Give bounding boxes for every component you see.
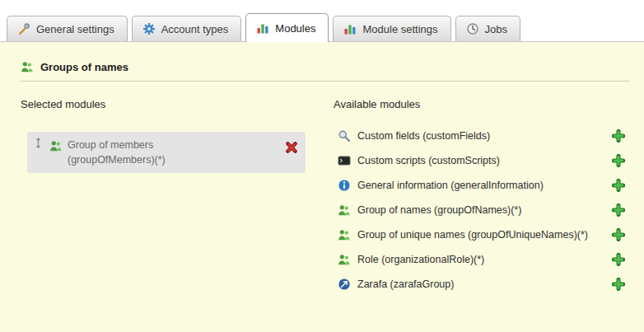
available-module-label: Group of names (groupOfNames)(*): [357, 204, 521, 216]
add-module-icon[interactable]: [612, 179, 625, 192]
terminal-icon: [338, 154, 351, 167]
available-module-label: Group of unique names (groupOfUniqueName…: [357, 229, 588, 241]
clock-icon: [466, 22, 479, 35]
available-module-label: Zarafa (zarafaGroup): [357, 278, 454, 290]
tab-label: General settings: [36, 23, 114, 35]
page-title: Groups of names: [40, 61, 128, 73]
available-module-row: Group of unique names (groupOfUniqueName…: [334, 222, 629, 247]
zarafa-icon: [338, 278, 351, 291]
add-module-icon[interactable]: [612, 154, 625, 167]
tab-module-settings[interactable]: Module settings: [333, 16, 450, 41]
remove-module-icon[interactable]: [285, 141, 298, 154]
group-icon: [338, 228, 351, 241]
add-module-icon[interactable]: [612, 228, 625, 241]
available-module-row: Group of names (groupOfNames)(*): [334, 198, 629, 222]
available-module-row: Custom fields (customFields): [334, 124, 629, 148]
available-module-label: Custom fields (customFields): [357, 130, 490, 142]
group-icon: [49, 139, 63, 152]
group-icon: [21, 60, 34, 73]
tab-jobs[interactable]: Jobs: [455, 16, 520, 41]
wrench-icon: [17, 22, 30, 35]
tab-label: Account types: [161, 23, 229, 35]
available-module-row: Role (organizationalRole)(*): [334, 247, 629, 272]
selected-modules-heading: Selected modules: [21, 95, 325, 114]
drag-handle-icon[interactable]: [32, 137, 44, 149]
tab-label: Modules: [275, 22, 315, 35]
group-icon: [338, 203, 351, 217]
add-module-icon[interactable]: [612, 129, 625, 143]
gear-icon: [142, 22, 156, 35]
section-header: Groups of names: [21, 60, 629, 73]
tab-modules[interactable]: Modules: [245, 13, 329, 42]
group-icon: [338, 253, 351, 266]
available-modules-column: Available modules Custom fields (customF…: [334, 95, 629, 297]
modules-icon: [256, 21, 269, 35]
divider: [21, 81, 629, 82]
tab-label: Jobs: [485, 23, 507, 35]
tab-account-types[interactable]: Account types: [132, 16, 242, 41]
add-module-icon[interactable]: [612, 278, 625, 291]
tab-general-settings[interactable]: General settings: [7, 16, 128, 41]
lam-configuration-window: General settings Account types: [0, 0, 644, 332]
available-module-label: Custom scripts (customScripts): [357, 155, 500, 166]
selected-module-row[interactable]: Group of members (groupOfMembers)(*): [27, 132, 306, 173]
available-module-label: General information (generalInformation): [357, 180, 544, 191]
magnifier-icon: [338, 129, 351, 143]
available-modules-heading: Available modules: [334, 95, 629, 114]
available-module-row: Custom scripts (customScripts): [334, 148, 629, 173]
modules-tab-panel: Groups of names Selected modules: [0, 42, 644, 332]
add-module-icon[interactable]: [612, 203, 625, 217]
available-module-row: General information (generalInformation): [334, 173, 629, 198]
selected-modules-column: Selected modules Group of members (group…: [21, 95, 325, 297]
add-module-icon[interactable]: [612, 253, 625, 266]
available-module-row: Zarafa (zarafaGroup): [334, 272, 629, 297]
selected-module-label: Group of members (groupOfMembers)(*): [68, 136, 203, 167]
available-module-label: Role (organizationalRole)(*): [357, 254, 484, 265]
available-modules-list: Custom fields (customFields): [334, 124, 629, 297]
module-settings-icon: [343, 22, 357, 35]
info-icon: [338, 179, 351, 192]
tab-label: Module settings: [362, 23, 437, 35]
tab-bar: General settings Account types: [0, 0, 644, 42]
